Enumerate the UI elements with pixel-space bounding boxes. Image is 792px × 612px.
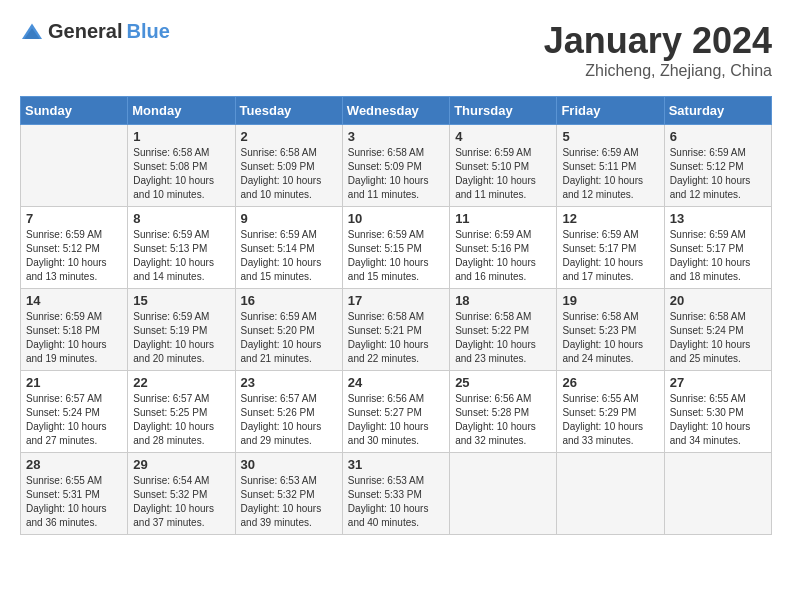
- calendar-header-row: SundayMondayTuesdayWednesdayThursdayFrid…: [21, 97, 772, 125]
- calendar-cell: 6Sunrise: 6:59 AMSunset: 5:12 PMDaylight…: [664, 125, 771, 207]
- calendar-cell: 19Sunrise: 6:58 AMSunset: 5:23 PMDayligh…: [557, 289, 664, 371]
- day-number: 18: [455, 293, 551, 308]
- calendar-cell: [557, 453, 664, 535]
- day-info: Sunrise: 6:59 AMSunset: 5:17 PMDaylight:…: [670, 228, 766, 284]
- day-number: 20: [670, 293, 766, 308]
- day-info: Sunrise: 6:59 AMSunset: 5:18 PMDaylight:…: [26, 310, 122, 366]
- calendar-cell: [21, 125, 128, 207]
- calendar-cell: 1Sunrise: 6:58 AMSunset: 5:08 PMDaylight…: [128, 125, 235, 207]
- day-number: 3: [348, 129, 444, 144]
- calendar-cell: 24Sunrise: 6:56 AMSunset: 5:27 PMDayligh…: [342, 371, 449, 453]
- day-info: Sunrise: 6:58 AMSunset: 5:09 PMDaylight:…: [241, 146, 337, 202]
- header-day-saturday: Saturday: [664, 97, 771, 125]
- day-info: Sunrise: 6:53 AMSunset: 5:32 PMDaylight:…: [241, 474, 337, 530]
- day-number: 26: [562, 375, 658, 390]
- day-number: 17: [348, 293, 444, 308]
- calendar-cell: 15Sunrise: 6:59 AMSunset: 5:19 PMDayligh…: [128, 289, 235, 371]
- logo-blue: Blue: [126, 20, 169, 43]
- calendar-cell: 7Sunrise: 6:59 AMSunset: 5:12 PMDaylight…: [21, 207, 128, 289]
- day-number: 30: [241, 457, 337, 472]
- day-number: 13: [670, 211, 766, 226]
- calendar-cell: 8Sunrise: 6:59 AMSunset: 5:13 PMDaylight…: [128, 207, 235, 289]
- day-info: Sunrise: 6:59 AMSunset: 5:11 PMDaylight:…: [562, 146, 658, 202]
- calendar-cell: 28Sunrise: 6:55 AMSunset: 5:31 PMDayligh…: [21, 453, 128, 535]
- calendar-cell: 5Sunrise: 6:59 AMSunset: 5:11 PMDaylight…: [557, 125, 664, 207]
- calendar-cell: 29Sunrise: 6:54 AMSunset: 5:32 PMDayligh…: [128, 453, 235, 535]
- day-number: 4: [455, 129, 551, 144]
- day-info: Sunrise: 6:59 AMSunset: 5:15 PMDaylight:…: [348, 228, 444, 284]
- calendar-cell: 3Sunrise: 6:58 AMSunset: 5:09 PMDaylight…: [342, 125, 449, 207]
- day-info: Sunrise: 6:55 AMSunset: 5:31 PMDaylight:…: [26, 474, 122, 530]
- day-number: 19: [562, 293, 658, 308]
- day-number: 23: [241, 375, 337, 390]
- logo: GeneralBlue: [20, 20, 170, 43]
- day-info: Sunrise: 6:55 AMSunset: 5:29 PMDaylight:…: [562, 392, 658, 448]
- day-info: Sunrise: 6:59 AMSunset: 5:14 PMDaylight:…: [241, 228, 337, 284]
- calendar-cell: 17Sunrise: 6:58 AMSunset: 5:21 PMDayligh…: [342, 289, 449, 371]
- header-day-sunday: Sunday: [21, 97, 128, 125]
- day-number: 28: [26, 457, 122, 472]
- day-info: Sunrise: 6:56 AMSunset: 5:27 PMDaylight:…: [348, 392, 444, 448]
- day-number: 25: [455, 375, 551, 390]
- calendar-cell: 12Sunrise: 6:59 AMSunset: 5:17 PMDayligh…: [557, 207, 664, 289]
- day-info: Sunrise: 6:59 AMSunset: 5:13 PMDaylight:…: [133, 228, 229, 284]
- day-number: 29: [133, 457, 229, 472]
- day-info: Sunrise: 6:54 AMSunset: 5:32 PMDaylight:…: [133, 474, 229, 530]
- day-number: 24: [348, 375, 444, 390]
- day-number: 8: [133, 211, 229, 226]
- day-info: Sunrise: 6:58 AMSunset: 5:23 PMDaylight:…: [562, 310, 658, 366]
- day-info: Sunrise: 6:58 AMSunset: 5:22 PMDaylight:…: [455, 310, 551, 366]
- month-title: January 2024: [544, 20, 772, 62]
- day-number: 31: [348, 457, 444, 472]
- day-number: 6: [670, 129, 766, 144]
- calendar-cell: [664, 453, 771, 535]
- day-info: Sunrise: 6:57 AMSunset: 5:25 PMDaylight:…: [133, 392, 229, 448]
- calendar-week-row: 1Sunrise: 6:58 AMSunset: 5:08 PMDaylight…: [21, 125, 772, 207]
- calendar-cell: 10Sunrise: 6:59 AMSunset: 5:15 PMDayligh…: [342, 207, 449, 289]
- header-day-thursday: Thursday: [450, 97, 557, 125]
- calendar-cell: 20Sunrise: 6:58 AMSunset: 5:24 PMDayligh…: [664, 289, 771, 371]
- day-info: Sunrise: 6:59 AMSunset: 5:12 PMDaylight:…: [670, 146, 766, 202]
- day-number: 22: [133, 375, 229, 390]
- day-number: 15: [133, 293, 229, 308]
- day-info: Sunrise: 6:58 AMSunset: 5:09 PMDaylight:…: [348, 146, 444, 202]
- calendar-cell: 9Sunrise: 6:59 AMSunset: 5:14 PMDaylight…: [235, 207, 342, 289]
- header-day-monday: Monday: [128, 97, 235, 125]
- calendar-week-row: 7Sunrise: 6:59 AMSunset: 5:12 PMDaylight…: [21, 207, 772, 289]
- day-info: Sunrise: 6:53 AMSunset: 5:33 PMDaylight:…: [348, 474, 444, 530]
- day-number: 9: [241, 211, 337, 226]
- location-subtitle: Zhicheng, Zhejiang, China: [544, 62, 772, 80]
- day-number: 21: [26, 375, 122, 390]
- day-info: Sunrise: 6:59 AMSunset: 5:20 PMDaylight:…: [241, 310, 337, 366]
- header-day-tuesday: Tuesday: [235, 97, 342, 125]
- day-number: 11: [455, 211, 551, 226]
- calendar-cell: 22Sunrise: 6:57 AMSunset: 5:25 PMDayligh…: [128, 371, 235, 453]
- calendar-body: 1Sunrise: 6:58 AMSunset: 5:08 PMDaylight…: [21, 125, 772, 535]
- calendar-cell: 25Sunrise: 6:56 AMSunset: 5:28 PMDayligh…: [450, 371, 557, 453]
- calendar-cell: 30Sunrise: 6:53 AMSunset: 5:32 PMDayligh…: [235, 453, 342, 535]
- calendar-cell: 11Sunrise: 6:59 AMSunset: 5:16 PMDayligh…: [450, 207, 557, 289]
- day-number: 16: [241, 293, 337, 308]
- calendar-week-row: 28Sunrise: 6:55 AMSunset: 5:31 PMDayligh…: [21, 453, 772, 535]
- header-day-wednesday: Wednesday: [342, 97, 449, 125]
- calendar-cell: 21Sunrise: 6:57 AMSunset: 5:24 PMDayligh…: [21, 371, 128, 453]
- day-number: 12: [562, 211, 658, 226]
- calendar-cell: 4Sunrise: 6:59 AMSunset: 5:10 PMDaylight…: [450, 125, 557, 207]
- day-number: 27: [670, 375, 766, 390]
- day-number: 10: [348, 211, 444, 226]
- day-number: 5: [562, 129, 658, 144]
- calendar-table: SundayMondayTuesdayWednesdayThursdayFrid…: [20, 96, 772, 535]
- title-area: January 2024 Zhicheng, Zhejiang, China: [544, 20, 772, 80]
- calendar-cell: 31Sunrise: 6:53 AMSunset: 5:33 PMDayligh…: [342, 453, 449, 535]
- day-info: Sunrise: 6:59 AMSunset: 5:19 PMDaylight:…: [133, 310, 229, 366]
- day-number: 1: [133, 129, 229, 144]
- logo-general: General: [48, 20, 122, 43]
- day-info: Sunrise: 6:58 AMSunset: 5:21 PMDaylight:…: [348, 310, 444, 366]
- calendar-cell: 14Sunrise: 6:59 AMSunset: 5:18 PMDayligh…: [21, 289, 128, 371]
- calendar-week-row: 21Sunrise: 6:57 AMSunset: 5:24 PMDayligh…: [21, 371, 772, 453]
- day-number: 14: [26, 293, 122, 308]
- calendar-cell: 23Sunrise: 6:57 AMSunset: 5:26 PMDayligh…: [235, 371, 342, 453]
- calendar-week-row: 14Sunrise: 6:59 AMSunset: 5:18 PMDayligh…: [21, 289, 772, 371]
- day-info: Sunrise: 6:59 AMSunset: 5:12 PMDaylight:…: [26, 228, 122, 284]
- day-info: Sunrise: 6:56 AMSunset: 5:28 PMDaylight:…: [455, 392, 551, 448]
